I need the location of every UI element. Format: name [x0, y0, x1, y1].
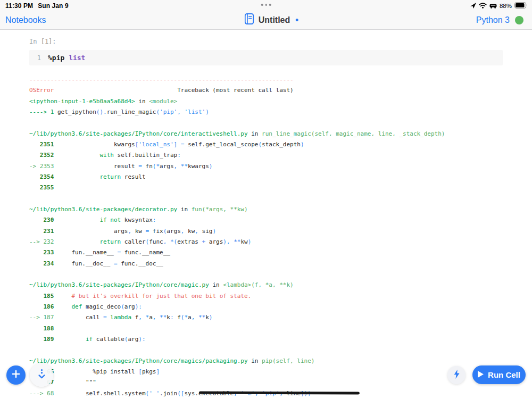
traceback-line: 2355 — [29, 182, 524, 193]
cell-prompt: In [1]: — [29, 37, 56, 46]
top-chrome: 11:30 PMSun Jan 9 — [0, 0, 532, 30]
traceback-line: 233 fun.__name__ = func.__name__ — [29, 247, 524, 258]
status-bar: 11:30 PMSun Jan 9 — [0, 0, 532, 13]
traceback-line: 2351 kwargs['local_ns'] = self.get_local… — [29, 139, 524, 150]
traceback-line: 230 if not kwsyntax: — [29, 215, 524, 226]
traceback-line: ~/lib/python3.6/site-packages/IPython/co… — [29, 280, 524, 290]
lightning-icon — [453, 369, 461, 381]
traceback-line: ----> 1 get_ipython().run_line_magic('pi… — [29, 107, 524, 118]
traceback-line: --> 187 call = lambda f, *a, **k: f(*a, … — [29, 312, 524, 323]
traceback: ----------------------------------------… — [29, 74, 524, 399]
line-number: 1 — [29, 54, 41, 62]
traceback-line: 234 fun.__doc__ = func.__doc__ — [29, 259, 524, 269]
time-text: 11:30 PM — [5, 2, 33, 10]
traceback-line — [29, 269, 524, 280]
scroll-to-bottom-button[interactable] — [30, 363, 53, 387]
add-cell-button[interactable] — [6, 365, 26, 385]
traceback-line: ~/lib/python3.6/site-packages/decorator.… — [29, 204, 524, 215]
notebook-icon — [245, 13, 254, 27]
traceback-line: 2352 with self.builtin_trap: — [29, 150, 524, 161]
traceback-line: OSError Traceback (most recent call last… — [29, 85, 524, 96]
kernel-label[interactable]: Python 3 — [476, 15, 510, 25]
wifi-icon — [479, 1, 487, 11]
traceback-line: ~/lib/python3.6/site-packages/IPython/co… — [29, 356, 524, 367]
notebooks-back-link[interactable]: Notebooks — [5, 15, 46, 25]
traceback-line: <ipython-input-1-e5b0aa5a68d4> in <modul… — [29, 96, 524, 107]
battery-icon — [514, 1, 528, 11]
battery-percentage: 88% — [500, 3, 512, 9]
location-icon — [470, 1, 476, 11]
quick-actions-button[interactable] — [447, 366, 466, 384]
traceback-line — [29, 118, 524, 128]
play-icon — [478, 370, 484, 379]
kernel-group[interactable]: Python 3 — [476, 15, 523, 25]
date-text: Sun Jan 9 — [38, 2, 69, 10]
page-title: Untitled — [259, 15, 290, 25]
traceback-line: 185 # but it's overkill for just that on… — [29, 291, 524, 302]
status-icons: 88% — [470, 2, 528, 10]
traceback-line: 188 — [29, 323, 524, 334]
traceback-line: 231 args, kw = fix(args, kw, sig) — [29, 226, 524, 237]
builtin-token: list — [69, 54, 85, 62]
code-cell[interactable]: 1 %pip list — [29, 50, 503, 65]
run-cell-label: Run Cell — [488, 370, 520, 379]
unsaved-changes-dot — [295, 19, 298, 21]
clock-label: 11:30 PMSun Jan 9 — [5, 2, 69, 10]
traceback-line: 186 def magic_deco(arg): — [29, 302, 524, 312]
redaction-strike-bar — [199, 392, 360, 395]
traceback-line: 189 if callable(arg): — [29, 334, 524, 345]
traceback-line — [29, 194, 524, 204]
traceback-line: ~/lib/python3.6/site-packages/IPython/co… — [29, 129, 524, 139]
traceback-line: ----------------------------------------… — [29, 74, 524, 85]
scroll-down-icon — [37, 369, 46, 382]
run-cell-button[interactable]: Run Cell — [472, 365, 526, 384]
kernel-status-dot — [515, 16, 523, 24]
multitask-indicator-icon — [261, 4, 271, 6]
document-title-group[interactable]: Untitled — [245, 13, 298, 27]
traceback-line: --> 232 return caller(func, *(extras + a… — [29, 237, 524, 247]
plus-icon — [12, 370, 20, 380]
carplay-icon — [489, 1, 497, 11]
cell-code: %pip list — [48, 54, 85, 62]
traceback-line: 2354 return result — [29, 172, 524, 182]
traceback-line — [29, 345, 524, 355]
app-window: 11:30 PMSun Jan 9 — [0, 0, 532, 399]
magic-token: %pip — [48, 54, 69, 62]
nav-bar: Notebooks Untitled Python 3 — [0, 13, 532, 29]
traceback-line: -> 2353 result = fn(*args, **kwargs) — [29, 161, 524, 172]
